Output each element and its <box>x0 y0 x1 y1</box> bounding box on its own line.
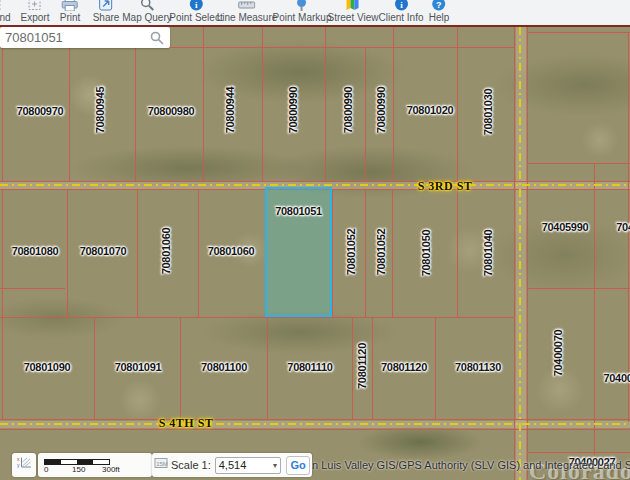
parcel-boundary-line <box>0 317 514 318</box>
parcel-boundary-line <box>2 27 3 181</box>
parcel-boundary-line <box>365 47 366 181</box>
toolbar-item-print[interactable]: Print <box>60 0 81 25</box>
gis-parcel-viewer-window: 70801051 7080097070800945708009807080094… <box>0 0 630 480</box>
line-measure-icon: ▾ <box>238 0 256 11</box>
share-icon <box>98 0 114 11</box>
parcel-label: 70400 <box>603 372 630 384</box>
scale-value: 4,514 <box>219 459 247 471</box>
toolbar-item-label: Point Markup <box>273 11 332 24</box>
toolbar-item-legend[interactable]: Legend <box>0 0 11 25</box>
help-icon: ? <box>431 0 447 11</box>
parcel-boundary-line <box>2 317 3 420</box>
parcel-boundary-line <box>435 317 436 420</box>
parcel-boundary-line <box>0 181 630 182</box>
parcel-boundary-line <box>262 27 263 181</box>
parcel-boundary-line <box>94 317 95 420</box>
parcel-label: 70801110 <box>287 361 332 373</box>
parcel-label: 704 <box>616 221 630 233</box>
parcel-boundary-line <box>527 288 630 289</box>
parcel-boundary-line <box>352 317 353 420</box>
toolbar: LegendExportPrintShareMap Queryi▾Point S… <box>0 0 630 25</box>
xy-coordinates-button[interactable]: xy <box>12 453 36 477</box>
street-view-icon <box>345 0 361 11</box>
parcel-boundary-line <box>198 190 199 317</box>
parcel-label: 70800944 <box>224 87 236 134</box>
parcel-boundary-line <box>527 32 630 33</box>
scale-icon: 15M <box>154 456 168 474</box>
parcel-boundary-line <box>457 27 458 181</box>
street-label-s-4th-st: S 4TH ST <box>159 416 214 431</box>
parcel-boundary-line <box>457 190 458 317</box>
go-button[interactable]: Go <box>286 456 310 475</box>
svg-text:15M: 15M <box>156 461 168 467</box>
parcel-boundary-line <box>203 27 204 181</box>
parcel-boundary-line <box>372 317 373 420</box>
parcel-label: 70801091 <box>115 361 162 373</box>
scale-panel: 15M Scale 1: 4,514 ▾ Go <box>152 453 312 477</box>
search-input[interactable]: 70801051 <box>0 27 170 48</box>
parcel-label: 70800945 <box>94 87 106 134</box>
parcel-boundary-line <box>67 190 68 317</box>
parcel-label: 70800990 <box>375 87 387 134</box>
parcel-boundary-line <box>0 288 65 289</box>
scale-dropdown[interactable]: 4,514 ▾ <box>215 457 281 474</box>
parcel-label: 70801120 <box>381 361 427 373</box>
parcel-label: 70800970 <box>17 105 64 117</box>
parcel-boundary-line <box>137 190 138 317</box>
toolbar-item-label: Export <box>21 11 50 24</box>
toolbar-item-label: Legend <box>0 11 11 24</box>
client-info-icon: i <box>393 0 409 11</box>
parcel-label: 70801052 <box>345 229 357 276</box>
parcel-boundary-line <box>325 27 326 181</box>
street-label-s-3rd-st: S 3RD ST <box>418 179 473 194</box>
parcel-label: 70801100 <box>201 361 247 373</box>
legend-icon <box>0 0 2 11</box>
toolbar-item-map-query[interactable]: Map Query <box>122 0 171 25</box>
toolbar-item-point-select[interactable]: i▾Point Select <box>169 0 222 25</box>
toolbar-item-label: Print <box>60 11 81 24</box>
parcel-boundary-line <box>594 163 595 455</box>
parcel-label: 70801070 <box>80 245 127 257</box>
toolbar-item-client-info[interactable]: iClient Info <box>378 0 423 25</box>
parcel-label: 70400070 <box>552 330 564 377</box>
toolbar-item-label: Help <box>429 11 450 24</box>
toolbar-item-label: Point Select <box>169 11 222 24</box>
toolbar-item-label: Client Info <box>378 11 423 24</box>
parcel-boundary-line <box>527 27 528 480</box>
parcel-boundary-line <box>392 190 393 317</box>
svg-text:y: y <box>17 462 20 468</box>
map-canvas[interactable]: 70801051 7080097070800945708009807080094… <box>0 0 630 480</box>
toolbar-item-label: Street View <box>328 11 379 24</box>
parcel-label: 70801040 <box>482 230 494 277</box>
toolbar-item-point-markup[interactable]: ▾Point Markup <box>273 0 332 25</box>
parcel-label: 70801060 <box>160 228 172 275</box>
parcel-boundary-line <box>393 27 394 181</box>
parcel-label: 70800990 <box>287 87 299 134</box>
road-north-south <box>516 27 526 480</box>
scale-label: Scale 1: <box>171 459 211 471</box>
toolbar-item-street-view[interactable]: Street View <box>328 0 379 25</box>
parcel-label: 70801052 <box>375 229 387 276</box>
scalebar-tick: 300ft <box>102 465 120 474</box>
scalebar-tick: 150 <box>72 465 85 474</box>
scalebar-tick: 0 <box>44 465 48 474</box>
selected-parcel-highlight: 70801051 <box>265 187 332 317</box>
toolbar-item-share[interactable]: Share <box>93 0 120 25</box>
svg-text:?: ? <box>436 0 442 10</box>
parcel-label: 70801130 <box>455 361 501 373</box>
parcel-label: 70801080 <box>12 245 59 257</box>
parcel-label: 70801050 <box>420 230 432 277</box>
toolbar-item-help[interactable]: ?Help <box>429 0 450 25</box>
toolbar-item-label: Map Query <box>122 11 171 24</box>
selected-parcel-label: 70801051 <box>275 205 322 217</box>
parcel-boundary-line <box>135 27 136 181</box>
parcel-label: 70801090 <box>24 361 71 373</box>
parcel-boundary-line <box>365 190 366 317</box>
print-icon <box>61 0 79 11</box>
parcel-label: 70801060 <box>208 245 255 257</box>
map-query-icon <box>139 0 155 11</box>
toolbar-item-export[interactable]: Export <box>21 0 50 25</box>
road-centerline <box>519 27 521 480</box>
toolbar-item-line-measure[interactable]: ▾Line Measure <box>217 0 278 25</box>
search-icon[interactable] <box>150 31 164 45</box>
